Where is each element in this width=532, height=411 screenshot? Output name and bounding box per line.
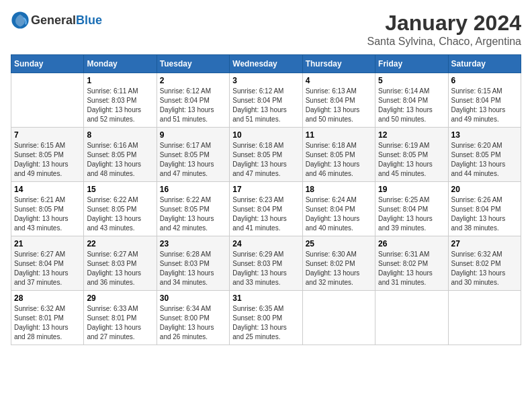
day-info: Sunrise: 6:28 AM Sunset: 8:03 PM Dayligh… — [160, 250, 226, 287]
day-number: 16 — [160, 185, 226, 194]
day-info: Sunrise: 6:23 AM Sunset: 8:04 PM Dayligh… — [232, 195, 299, 233]
calendar-header-cell: Sunday — [11, 55, 84, 73]
calendar-day-cell: 30Sunrise: 6:34 AM Sunset: 8:00 PM Dayli… — [157, 291, 229, 345]
calendar-day-cell: 3Sunrise: 6:12 AM Sunset: 8:04 PM Daylig… — [230, 73, 302, 128]
day-number: 9 — [160, 130, 226, 140]
calendar-day-cell — [302, 291, 375, 345]
day-info: Sunrise: 6:12 AM Sunset: 8:04 PM Dayligh… — [232, 87, 299, 124]
day-info: Sunrise: 6:13 AM Sunset: 8:04 PM Dayligh… — [306, 87, 372, 124]
day-number: 2 — [160, 76, 226, 85]
day-number: 24 — [232, 239, 299, 248]
calendar-day-cell: 10Sunrise: 6:18 AM Sunset: 8:05 PM Dayli… — [230, 128, 302, 182]
day-info: Sunrise: 6:19 AM Sunset: 8:05 PM Dayligh… — [378, 141, 445, 179]
day-info: Sunrise: 6:30 AM Sunset: 8:02 PM Dayligh… — [306, 250, 372, 287]
main-title: January 2024 — [367, 11, 521, 36]
day-info: Sunrise: 6:11 AM Sunset: 8:03 PM Dayligh… — [87, 87, 153, 124]
calendar-day-cell: 19Sunrise: 6:25 AM Sunset: 8:04 PM Dayli… — [375, 182, 448, 236]
calendar-day-cell: 11Sunrise: 6:18 AM Sunset: 8:05 PM Dayli… — [302, 128, 375, 182]
day-number: 4 — [306, 76, 372, 85]
day-info: Sunrise: 6:32 AM Sunset: 8:02 PM Dayligh… — [451, 250, 518, 287]
calendar-week-row: 21Sunrise: 6:27 AM Sunset: 8:04 PM Dayli… — [11, 236, 521, 291]
calendar-body: 1Sunrise: 6:11 AM Sunset: 8:03 PM Daylig… — [11, 73, 521, 345]
logo-text: GeneralBlue — [31, 15, 102, 26]
day-number: 30 — [160, 293, 226, 303]
calendar-day-cell: 27Sunrise: 6:32 AM Sunset: 8:02 PM Dayli… — [448, 236, 521, 291]
calendar-day-cell: 13Sunrise: 6:20 AM Sunset: 8:05 PM Dayli… — [448, 128, 521, 182]
calendar-header-cell: Wednesday — [230, 55, 302, 73]
calendar-day-cell: 4Sunrise: 6:13 AM Sunset: 8:04 PM Daylig… — [302, 73, 375, 128]
day-info: Sunrise: 6:18 AM Sunset: 8:05 PM Dayligh… — [306, 141, 372, 179]
day-info: Sunrise: 6:15 AM Sunset: 8:04 PM Dayligh… — [451, 87, 518, 124]
day-info: Sunrise: 6:29 AM Sunset: 8:03 PM Dayligh… — [232, 250, 299, 287]
day-number: 19 — [378, 185, 445, 194]
day-info: Sunrise: 6:26 AM Sunset: 8:04 PM Dayligh… — [451, 195, 518, 233]
day-number: 18 — [306, 185, 372, 194]
day-info: Sunrise: 6:22 AM Sunset: 8:05 PM Dayligh… — [87, 195, 153, 233]
calendar-day-cell: 24Sunrise: 6:29 AM Sunset: 8:03 PM Dayli… — [230, 236, 302, 291]
calendar-day-cell: 15Sunrise: 6:22 AM Sunset: 8:05 PM Dayli… — [84, 182, 157, 236]
day-info: Sunrise: 6:27 AM Sunset: 8:03 PM Dayligh… — [87, 250, 153, 287]
calendar-day-cell: 1Sunrise: 6:11 AM Sunset: 8:03 PM Daylig… — [84, 73, 157, 128]
day-number: 21 — [14, 239, 81, 248]
calendar-table: SundayMondayTuesdayWednesdayThursdayFrid… — [11, 54, 521, 345]
day-info: Sunrise: 6:18 AM Sunset: 8:05 PM Dayligh… — [232, 141, 299, 179]
day-info: Sunrise: 6:17 AM Sunset: 8:05 PM Dayligh… — [160, 141, 226, 179]
header: GeneralBlue January 2024 Santa Sylvina, … — [11, 11, 521, 48]
day-info: Sunrise: 6:22 AM Sunset: 8:05 PM Dayligh… — [160, 195, 226, 233]
day-number: 6 — [451, 76, 518, 85]
day-info: Sunrise: 6:25 AM Sunset: 8:04 PM Dayligh… — [378, 195, 445, 233]
calendar-day-cell: 31Sunrise: 6:35 AM Sunset: 8:00 PM Dayli… — [230, 291, 302, 345]
calendar-header-cell: Tuesday — [157, 55, 229, 73]
day-number: 29 — [87, 293, 153, 303]
day-number: 28 — [14, 293, 81, 303]
day-number: 8 — [87, 130, 153, 140]
calendar-day-cell — [375, 291, 448, 345]
calendar-day-cell: 12Sunrise: 6:19 AM Sunset: 8:05 PM Dayli… — [375, 128, 448, 182]
calendar-day-cell: 6Sunrise: 6:15 AM Sunset: 8:04 PM Daylig… — [448, 73, 521, 128]
calendar-day-cell: 22Sunrise: 6:27 AM Sunset: 8:03 PM Dayli… — [84, 236, 157, 291]
calendar-day-cell: 8Sunrise: 6:16 AM Sunset: 8:05 PM Daylig… — [84, 128, 157, 182]
day-number: 25 — [306, 239, 372, 248]
day-number: 23 — [160, 239, 226, 248]
day-number: 7 — [14, 130, 81, 140]
day-info: Sunrise: 6:35 AM Sunset: 8:00 PM Dayligh… — [232, 304, 299, 342]
calendar-day-cell — [448, 291, 521, 345]
calendar-day-cell: 26Sunrise: 6:31 AM Sunset: 8:02 PM Dayli… — [375, 236, 448, 291]
day-info: Sunrise: 6:32 AM Sunset: 8:01 PM Dayligh… — [14, 304, 81, 342]
day-info: Sunrise: 6:21 AM Sunset: 8:05 PM Dayligh… — [14, 195, 81, 233]
day-number: 13 — [451, 130, 518, 140]
calendar-header-cell: Monday — [84, 55, 157, 73]
day-number: 27 — [451, 239, 518, 248]
day-number: 20 — [451, 185, 518, 194]
day-number: 15 — [87, 185, 153, 194]
day-info: Sunrise: 6:12 AM Sunset: 8:04 PM Dayligh… — [160, 87, 226, 124]
calendar-day-cell: 7Sunrise: 6:15 AM Sunset: 8:05 PM Daylig… — [11, 128, 84, 182]
day-info: Sunrise: 6:15 AM Sunset: 8:05 PM Dayligh… — [14, 141, 81, 179]
calendar-week-row: 14Sunrise: 6:21 AM Sunset: 8:05 PM Dayli… — [11, 182, 521, 236]
calendar-day-cell: 17Sunrise: 6:23 AM Sunset: 8:04 PM Dayli… — [230, 182, 302, 236]
calendar-day-cell: 25Sunrise: 6:30 AM Sunset: 8:02 PM Dayli… — [302, 236, 375, 291]
calendar-day-cell: 18Sunrise: 6:24 AM Sunset: 8:04 PM Dayli… — [302, 182, 375, 236]
calendar-day-cell: 23Sunrise: 6:28 AM Sunset: 8:03 PM Dayli… — [157, 236, 229, 291]
calendar-day-cell: 28Sunrise: 6:32 AM Sunset: 8:01 PM Dayli… — [11, 291, 84, 345]
calendar-header: SundayMondayTuesdayWednesdayThursdayFrid… — [11, 55, 521, 73]
calendar-header-cell: Saturday — [448, 55, 521, 73]
day-info: Sunrise: 6:33 AM Sunset: 8:01 PM Dayligh… — [87, 304, 153, 342]
day-number: 10 — [232, 130, 299, 140]
calendar-week-row: 7Sunrise: 6:15 AM Sunset: 8:05 PM Daylig… — [11, 128, 521, 182]
logo: GeneralBlue — [11, 11, 102, 30]
calendar-day-cell — [11, 73, 84, 128]
day-info: Sunrise: 6:34 AM Sunset: 8:00 PM Dayligh… — [160, 304, 226, 342]
day-number: 3 — [232, 76, 299, 85]
calendar-week-row: 28Sunrise: 6:32 AM Sunset: 8:01 PM Dayli… — [11, 291, 521, 345]
day-number: 22 — [87, 239, 153, 248]
day-number: 1 — [87, 76, 153, 85]
day-number: 5 — [378, 76, 445, 85]
subtitle: Santa Sylvina, Chaco, Argentina — [367, 36, 521, 48]
day-info: Sunrise: 6:31 AM Sunset: 8:02 PM Dayligh… — [378, 250, 445, 287]
day-number: 26 — [378, 239, 445, 248]
calendar-day-cell: 29Sunrise: 6:33 AM Sunset: 8:01 PM Dayli… — [84, 291, 157, 345]
day-info: Sunrise: 6:24 AM Sunset: 8:04 PM Dayligh… — [306, 195, 372, 233]
calendar-week-row: 1Sunrise: 6:11 AM Sunset: 8:03 PM Daylig… — [11, 73, 521, 128]
day-number: 17 — [232, 185, 299, 194]
